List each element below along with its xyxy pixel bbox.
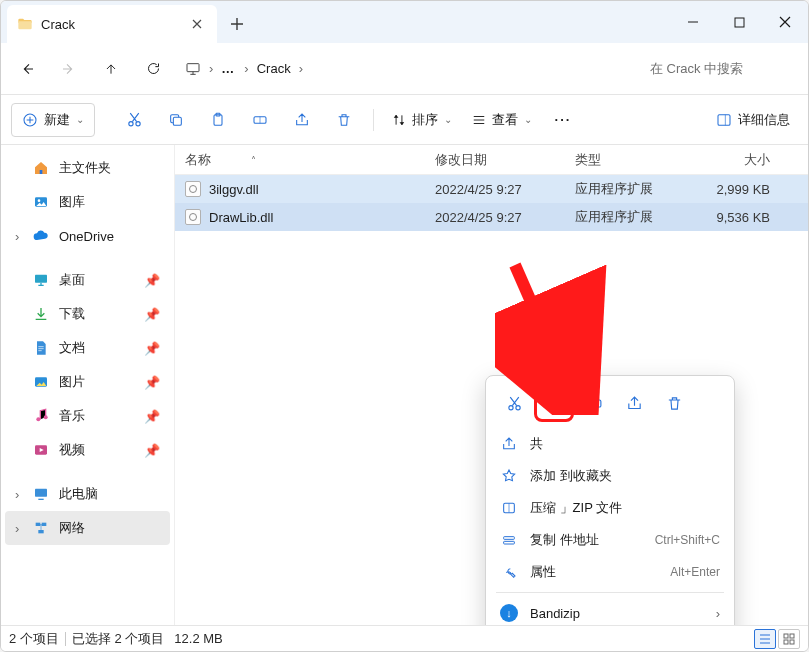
column-headers[interactable]: 名称˄ 修改日期 类型 大小 <box>175 145 808 175</box>
titlebar: Crack <box>1 1 808 43</box>
ctx-item-zip[interactable]: 压缩 」ZIP 文件 <box>490 492 730 524</box>
context-menu: 共 添加 到收藏夹 压缩 」ZIP 文件 复制 件地址 Ctrl+Shift+C <box>485 375 735 625</box>
cut-button[interactable] <box>115 103 153 137</box>
sidebar-item-onedrive[interactable]: OneDrive <box>5 219 170 253</box>
column-date[interactable]: 修改日期 <box>435 151 575 169</box>
ctx-item-copypath[interactable]: 复制 件地址 Ctrl+Shift+C <box>490 524 730 556</box>
column-name[interactable]: 名称˄ <box>185 151 435 169</box>
paste-button[interactable] <box>199 103 237 137</box>
svg-rect-32 <box>790 634 794 638</box>
wrench-icon <box>500 564 518 580</box>
address-bar: › … › Crack › 在 Crack 中搜索 <box>1 43 808 95</box>
chevron-right-icon: › <box>209 61 213 76</box>
rename-button[interactable] <box>241 103 279 137</box>
ctx-copy-button[interactable] <box>536 386 572 420</box>
pin-icon: 📌 <box>144 307 160 322</box>
svg-rect-17 <box>35 489 47 497</box>
new-button[interactable]: 新建 ⌄ <box>11 103 95 137</box>
share-button[interactable] <box>283 103 321 137</box>
tab-close-icon[interactable] <box>191 18 203 30</box>
dll-file-icon <box>185 209 201 225</box>
network-icon <box>33 520 49 536</box>
chevron-down-icon: ⌄ <box>444 114 452 125</box>
home-icon <box>33 160 49 176</box>
sidebar-item-gallery[interactable]: 图库 <box>5 185 170 219</box>
minimize-button[interactable] <box>670 1 716 43</box>
forward-button[interactable] <box>51 51 87 87</box>
svg-rect-31 <box>784 634 788 638</box>
ctx-share-button[interactable] <box>616 386 652 420</box>
svg-point-11 <box>38 199 41 202</box>
breadcrumb-current[interactable]: Crack <box>257 61 291 76</box>
chevron-down-icon: ⌄ <box>76 114 84 125</box>
svg-rect-5 <box>173 117 181 125</box>
music-icon <box>33 408 49 424</box>
chevron-down-icon: ⌄ <box>524 114 532 125</box>
sidebar-item-network[interactable]: 网络 <box>5 511 170 545</box>
sidebar-item-home[interactable]: 主文件夹 <box>5 151 170 185</box>
navigation-sidebar: 主文件夹 图库 OneDrive 桌面 📌 下载 📌 <box>1 145 175 625</box>
ctx-item-properties[interactable]: 属性 Alt+Enter <box>490 556 730 588</box>
pin-icon: 📌 <box>144 409 160 424</box>
svg-point-3 <box>128 122 132 126</box>
column-size[interactable]: 大小 <box>690 151 770 169</box>
monitor-icon <box>185 61 201 77</box>
close-button[interactable] <box>762 1 808 43</box>
refresh-button[interactable] <box>135 51 171 87</box>
sidebar-item-documents[interactable]: 文档 📌 <box>5 331 170 365</box>
zip-icon <box>500 500 518 516</box>
copy-button[interactable] <box>157 103 195 137</box>
videos-icon <box>33 442 49 458</box>
pin-icon: 📌 <box>144 273 160 288</box>
new-tab-button[interactable] <box>217 5 257 43</box>
ctx-rename-button[interactable] <box>576 386 612 420</box>
view-large-button[interactable] <box>778 629 800 649</box>
ctx-item-favorite[interactable]: 添加 到收藏夹 <box>490 460 730 492</box>
ctx-cut-button[interactable] <box>496 386 532 420</box>
delete-button[interactable] <box>325 103 363 137</box>
svg-rect-24 <box>551 400 560 409</box>
tab-title: Crack <box>41 17 75 32</box>
ctx-item-bandizip[interactable]: ↓ Bandizip › <box>490 597 730 625</box>
sort-icon <box>392 113 406 127</box>
ctx-item-share[interactable]: 共 <box>490 428 730 460</box>
details-pane-button[interactable]: 详细信息 <box>708 103 798 137</box>
status-selected: 已选择 2 个项目 <box>72 630 164 648</box>
downloads-icon <box>33 306 49 322</box>
svg-rect-27 <box>504 537 515 540</box>
chevron-right-icon: › <box>244 61 248 76</box>
up-button[interactable] <box>93 51 129 87</box>
maximize-button[interactable] <box>716 1 762 43</box>
view-icon <box>472 113 486 127</box>
svg-rect-12 <box>35 275 47 283</box>
svg-rect-1 <box>187 63 199 71</box>
sidebar-item-desktop[interactable]: 桌面 📌 <box>5 263 170 297</box>
sidebar-item-pictures[interactable]: 图片 📌 <box>5 365 170 399</box>
view-details-button[interactable] <box>754 629 776 649</box>
sidebar-item-thispc[interactable]: 此电脑 <box>5 477 170 511</box>
sidebar-item-downloads[interactable]: 下载 📌 <box>5 297 170 331</box>
window-tab[interactable]: Crack <box>7 5 217 43</box>
pin-icon: 📌 <box>144 443 160 458</box>
command-toolbar: 新建 ⌄ 排序 ⌄ 查看 ⌄ ··· 详细信息 <box>1 95 808 145</box>
view-button[interactable]: 查看 ⌄ <box>464 103 540 137</box>
back-button[interactable] <box>9 51 45 87</box>
svg-rect-34 <box>790 640 794 644</box>
sort-button[interactable]: 排序 ⌄ <box>384 103 460 137</box>
breadcrumb[interactable]: › … › Crack › <box>177 51 634 87</box>
search-input[interactable]: 在 Crack 中搜索 <box>640 52 800 86</box>
ctx-delete-button[interactable] <box>656 386 692 420</box>
svg-point-15 <box>44 415 48 419</box>
svg-rect-20 <box>38 530 43 533</box>
column-type[interactable]: 类型 <box>575 151 690 169</box>
ellipsis-icon[interactable]: … <box>221 61 236 76</box>
table-row[interactable]: DrawLib.dll 2022/4/25 9:27 应用程序扩展 9,536 … <box>175 203 808 231</box>
table-row[interactable]: 3ilggv.dll 2022/4/25 9:27 应用程序扩展 2,999 K… <box>175 175 808 203</box>
svg-line-21 <box>515 265 563 375</box>
sidebar-item-music[interactable]: 音乐 📌 <box>5 399 170 433</box>
more-button[interactable]: ··· <box>544 103 582 137</box>
plus-circle-icon <box>22 112 38 128</box>
sidebar-item-videos[interactable]: 视频 📌 <box>5 433 170 467</box>
window-controls <box>670 1 808 43</box>
svg-rect-33 <box>784 640 788 644</box>
